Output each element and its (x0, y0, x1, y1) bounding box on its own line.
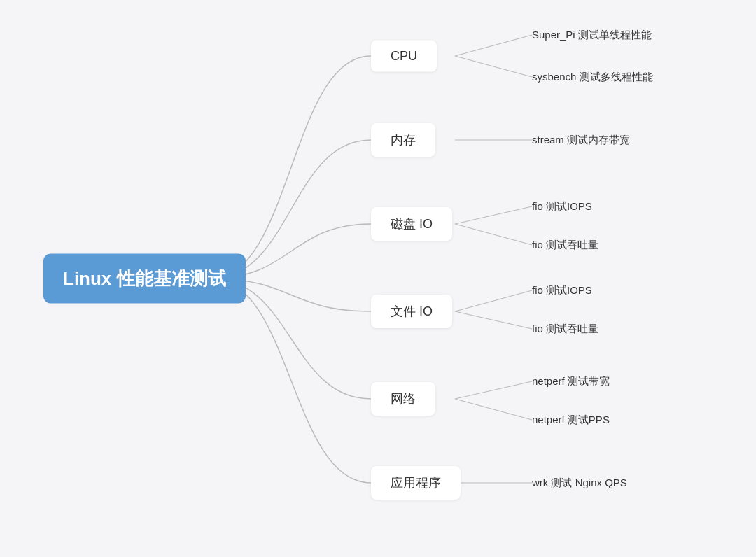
line-root-to-app (211, 278, 371, 483)
root-label: Linux 性能基准测试 (63, 268, 226, 289)
line-cat-to-leaf-0 (455, 35, 532, 56)
category-node-app: 应用程序 (371, 466, 461, 500)
line-cat-to-leaf-3 (455, 206, 532, 224)
leaf-node-5: fio 测试IOPS (532, 284, 592, 297)
line-cat-to-leaf-6 (455, 311, 532, 329)
leaf-node-8: netperf 测试PPS (532, 414, 610, 427)
leaf-node-2: stream 测试内存带宽 (532, 134, 630, 147)
leaf-node-0: Super_Pi 测试单线程性能 (532, 29, 652, 42)
leaf-node-3: fio 测试IOPS (532, 200, 592, 213)
line-cat-to-leaf-8 (455, 399, 532, 420)
category-node-disk: 磁盘 IO (371, 207, 452, 241)
category-node-file: 文件 IO (371, 295, 452, 328)
line-cat-to-leaf-4 (455, 224, 532, 245)
category-node-mem: 内存 (371, 123, 435, 157)
leaf-node-7: netperf 测试带宽 (532, 375, 610, 388)
mindmap: Linux 性能基准测试 CPU内存磁盘 IO文件 IO网络应用程序Super_… (0, 0, 756, 557)
line-cat-to-leaf-1 (455, 56, 532, 77)
category-node-cpu: CPU (371, 41, 437, 72)
line-cat-to-leaf-5 (455, 290, 532, 311)
leaf-node-6: fio 测试吞吐量 (532, 323, 598, 336)
line-root-to-cpu (211, 56, 371, 278)
leaf-node-1: sysbench 测试多线程性能 (532, 71, 653, 84)
root-node: Linux 性能基准测试 (43, 254, 246, 304)
category-node-net: 网络 (371, 382, 435, 416)
leaf-node-9: wrk 测试 Nginx QPS (532, 477, 627, 490)
line-cat-to-leaf-7 (455, 381, 532, 399)
leaf-node-4: fio 测试吞吐量 (532, 239, 598, 252)
